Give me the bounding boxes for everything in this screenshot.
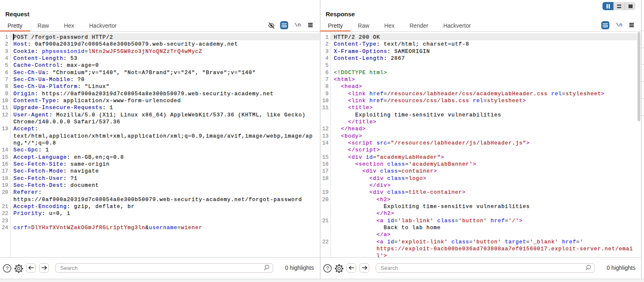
svg-text:?: ?	[5, 265, 9, 271]
svg-text:?: ?	[326, 265, 329, 271]
